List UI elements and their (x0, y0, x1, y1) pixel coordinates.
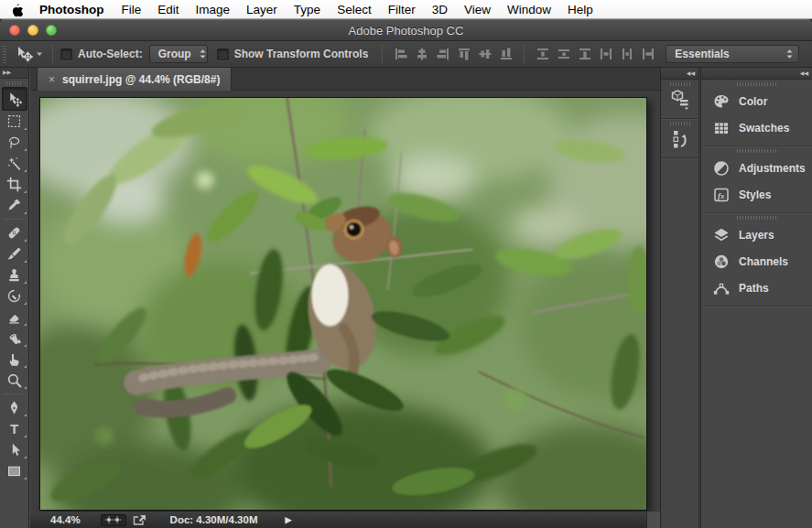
collapsed-panel-dock: ◀◀ (660, 68, 699, 528)
smudge-tool[interactable] (0, 349, 29, 370)
document-tab-title: squirrel.jpg @ 44.4% (RGB/8#) (62, 73, 220, 86)
styles-fx-icon: fx (712, 186, 731, 204)
collapse-dock-arrows-icon[interactable]: ◀◀ (701, 68, 812, 80)
panel-tab-color[interactable]: Color (701, 88, 812, 114)
eyedropper-tool[interactable] (0, 195, 29, 216)
status-expand-icon[interactable]: ▶ (285, 515, 291, 524)
collapse-dock-arrows-icon[interactable]: ◀◀ (661, 68, 698, 80)
workspace: ▶▶ (0, 68, 812, 528)
dock-grip (701, 213, 812, 221)
tools-panel-expand-icon[interactable]: ▶▶ (0, 68, 28, 79)
rectangular-marquee-tool[interactable] (0, 111, 29, 132)
pen-tool[interactable] (0, 397, 29, 418)
move-tool-preset-icon[interactable] (14, 46, 43, 62)
align-bottom-edges-button[interactable] (495, 45, 516, 63)
menu-select[interactable]: Select (329, 3, 380, 16)
properties-cube-icon (669, 88, 691, 112)
magic-wand-tool[interactable] (0, 153, 29, 174)
distribute-top-edges-button[interactable] (532, 45, 553, 63)
align-right-edges-button[interactable] (432, 45, 453, 63)
menu-window[interactable]: Window (499, 3, 559, 16)
distribute-bottom-edges-button[interactable] (574, 45, 595, 63)
color-palette-icon (712, 92, 731, 111)
distribute-horizontal-centers-button[interactable] (616, 45, 637, 63)
share-icon[interactable] (133, 514, 146, 525)
tool-options-bar: Auto-Select: Group Show Transform Contro… (0, 41, 812, 68)
path-selection-tool[interactable] (0, 439, 29, 460)
dock-grip (701, 146, 812, 155)
spot-healing-brush-tool[interactable] (0, 222, 29, 243)
panel-tab-swatches[interactable]: Swatches (701, 114, 812, 141)
close-tab-icon[interactable]: × (49, 73, 55, 86)
type-tool[interactable]: T (0, 418, 29, 439)
apple-icon[interactable] (11, 3, 23, 16)
auto-select-target-dropdown[interactable]: Group (149, 45, 208, 63)
panel-tab-label: Styles (739, 189, 771, 201)
paths-icon (712, 279, 731, 297)
align-horizontal-centers-button[interactable] (411, 45, 432, 63)
show-transform-checkbox[interactable] (217, 48, 229, 60)
panel-tab-label: Adjustments (739, 162, 806, 175)
canvas-image[interactable] (39, 97, 647, 511)
panel-tab-label: Channels (739, 255, 788, 268)
zoom-tool[interactable] (0, 370, 29, 391)
distribute-vertical-centers-button[interactable] (553, 45, 574, 63)
history-brush-tool[interactable] (0, 286, 29, 307)
lasso-tool[interactable] (0, 132, 29, 153)
window-title-bar: Adobe Photoshop CC (0, 19, 812, 41)
workspace-value: Essentials (675, 48, 729, 60)
window-resize-corner[interactable] (646, 512, 660, 528)
rectangle-shape-tool[interactable] (0, 460, 29, 481)
align-top-edges-button[interactable] (453, 45, 474, 63)
brush-tool[interactable] (0, 243, 29, 264)
tools-panel-grip[interactable] (6, 81, 23, 85)
dock-grip (670, 122, 690, 125)
crop-tool[interactable] (0, 174, 29, 195)
panel-tab-label: Paths (739, 282, 769, 295)
canvas-area[interactable] (30, 91, 660, 512)
panel-tab-adjustments[interactable]: Adjustments (701, 155, 812, 181)
adjustments-icon (712, 159, 731, 178)
menu-image[interactable]: Image (188, 3, 239, 16)
menu-layer[interactable]: Layer (238, 3, 286, 16)
menu-edit[interactable]: Edit (149, 3, 187, 16)
clone-stamp-tool[interactable] (0, 264, 29, 286)
panel-tab-layers[interactable]: Layers (701, 221, 812, 248)
align-vertical-centers-button[interactable] (474, 45, 495, 63)
panel-tab-channels[interactable]: Channels (701, 248, 812, 275)
paint-bucket-tool[interactable] (0, 328, 29, 349)
menu-type[interactable]: Type (286, 3, 329, 16)
panel-tab-styles[interactable]: fx Styles (701, 181, 812, 208)
document-size-info: Doc: 4.30M/4.30M (170, 514, 258, 525)
history-icon (669, 127, 691, 151)
panel-tab-label: Swatches (739, 122, 789, 135)
menu-file[interactable]: File (114, 3, 150, 16)
zoom-level-field[interactable]: 44.4% (50, 514, 81, 525)
panel-tab-paths[interactable]: Paths (701, 275, 812, 301)
document-area: × squirrel.jpg @ 44.4% (RGB/8#) (30, 68, 660, 528)
separator (382, 44, 383, 64)
distribute-right-edges-button[interactable] (637, 45, 658, 63)
panel-dock: ◀◀ Color Swatches Adjustments (700, 68, 812, 528)
separator (3, 219, 27, 220)
auto-select-checkbox[interactable] (60, 48, 72, 60)
distribute-left-edges-button[interactable] (595, 45, 616, 63)
workspace-dropdown[interactable]: Essentials (666, 45, 799, 63)
align-left-edges-button[interactable] (390, 45, 411, 63)
up-down-arrows-icon (191, 48, 207, 59)
menu-view[interactable]: View (456, 3, 499, 16)
status-bar: 44.4% Doc: 4.30M/4.30M ▶ (30, 512, 646, 528)
document-tab[interactable]: × squirrel.jpg @ 44.4% (RGB/8#) (37, 68, 232, 91)
move-tool[interactable] (2, 87, 27, 111)
panel-tab-label: Layers (739, 229, 774, 242)
sync-settings-icon[interactable] (101, 514, 126, 526)
panel-group-color: Color Swatches (701, 80, 812, 146)
history-panel-button[interactable] (661, 119, 698, 158)
menu-filter[interactable]: Filter (380, 3, 424, 16)
eraser-tool[interactable] (0, 307, 29, 328)
menu-3d[interactable]: 3D (424, 3, 456, 16)
properties-panel-button[interactable] (661, 80, 698, 119)
menu-photoshop[interactable]: Photoshop (30, 3, 114, 16)
separator (52, 44, 53, 64)
menu-help[interactable]: Help (559, 3, 601, 16)
